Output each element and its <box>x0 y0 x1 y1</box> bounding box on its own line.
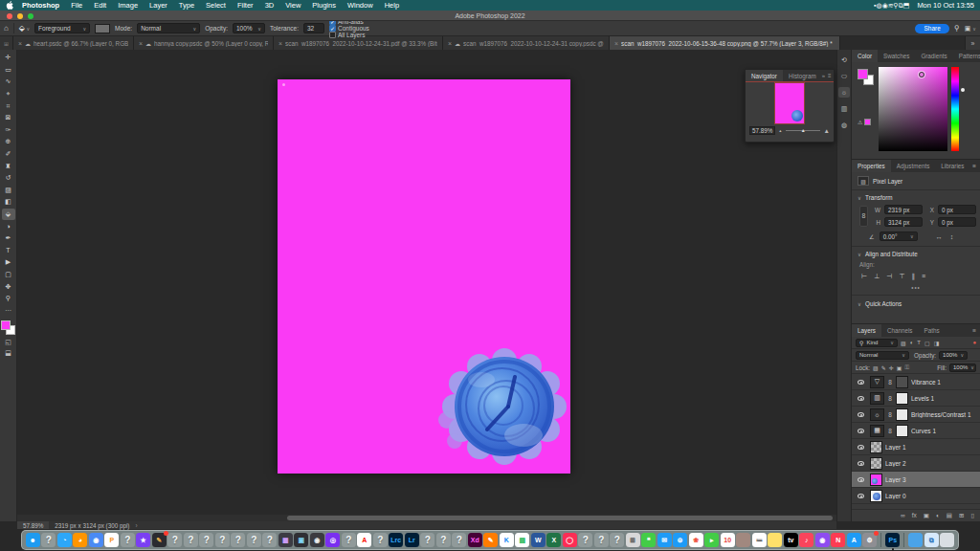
brightness-panel-icon[interactable]: ☼ <box>838 87 850 98</box>
panel-tab[interactable]: Adjustments <box>891 160 936 172</box>
layer-effects-icon[interactable]: fx <box>912 512 917 519</box>
layer-visibility-toggle[interactable] <box>854 445 867 450</box>
layer-name[interactable]: Brightness/Contrast 1 <box>911 411 971 418</box>
podcasts-icon[interactable]: ◉ <box>815 533 830 547</box>
display-icon[interactable]: ⧉ <box>899 2 903 9</box>
layer-thumbnail[interactable] <box>870 457 882 470</box>
layer-name[interactable]: Layer 0 <box>885 493 906 499</box>
layer-visibility-toggle[interactable] <box>854 412 867 417</box>
layer-row[interactable]: 8 Layer 2 <box>852 455 980 472</box>
music-icon[interactable]: ♪ <box>799 533 813 547</box>
link-layers-icon[interactable]: ∞ <box>901 512 905 519</box>
photoshop-icon[interactable]: Ps <box>885 533 900 547</box>
adobe-xd-icon[interactable]: Xd <box>468 533 482 547</box>
missing-app-icon[interactable] <box>41 533 56 547</box>
menubar-item[interactable]: Edit <box>88 1 112 10</box>
navigator-menu[interactable]: » ≡ <box>822 73 835 78</box>
checkbox-box[interactable] <box>329 25 336 32</box>
tab-close-icon[interactable]: × <box>18 40 22 47</box>
word-icon[interactable]: W <box>531 533 546 547</box>
home-icon[interactable]: ⌂ <box>4 24 9 33</box>
control-center-icon[interactable]: ⬒ <box>903 2 910 9</box>
layer-visibility-toggle[interactable] <box>854 380 867 385</box>
width-input[interactable]: 2319 px <box>884 205 923 214</box>
missing-app-icon[interactable] <box>452 533 466 547</box>
gamut-warning[interactable]: ⚠ <box>858 119 871 125</box>
panel-tab[interactable]: Gradients <box>915 50 952 62</box>
align-icon[interactable]: ⊣ <box>886 273 892 280</box>
missing-app-icon[interactable] <box>199 533 213 547</box>
color-field[interactable] <box>879 67 947 151</box>
filter-pixel-icon[interactable]: ▨ <box>901 340 906 346</box>
status-menu-arrow[interactable]: › <box>135 522 137 529</box>
checkbox-box[interactable] <box>329 32 336 38</box>
notes-icon[interactable] <box>768 533 782 547</box>
document-tab[interactable]: × ☁ scan_w1897076_2022-10-06-15-36-48 co… <box>610 36 840 50</box>
layer-thumbnail[interactable] <box>870 441 882 453</box>
zoom-in-icon[interactable]: ▲ <box>824 127 830 134</box>
lock-artboard-icon[interactable]: ▣ <box>897 364 902 371</box>
camera-app-icon[interactable]: ◉ <box>310 533 324 547</box>
star-app-icon[interactable]: ★ <box>136 533 150 547</box>
layer-mask-thumbnail[interactable] <box>896 425 908 437</box>
circle-app-icon[interactable]: ◍ <box>877 2 882 9</box>
lock-transparency-icon[interactable]: ▨ <box>873 364 879 371</box>
news-icon[interactable]: N <box>831 533 845 547</box>
layer-row[interactable]: ▦ 8 Curves 1 <box>852 423 980 439</box>
layer-name[interactable]: Layer 1 <box>885 444 906 451</box>
layer-row[interactable]: ☼ 8 Brightness/Contrast 1 <box>852 407 980 423</box>
menubar-item[interactable]: Select <box>200 1 232 10</box>
layer-visibility-toggle[interactable] <box>854 477 867 482</box>
chrome-icon[interactable]: ◉ <box>89 533 103 547</box>
foreground-color-swatch[interactable] <box>858 69 868 79</box>
align-icon[interactable]: ⊤ <box>899 273 904 280</box>
lightroom-icon[interactable]: Lr <box>405 533 419 547</box>
missing-app-icon[interactable] <box>373 533 388 547</box>
hand-tool[interactable]: ✥ <box>2 280 15 293</box>
brush-tool[interactable]: ✐ <box>2 148 15 161</box>
photos-icon[interactable]: ❀ <box>689 533 703 547</box>
spotlight-search-icon[interactable]: ⚲ <box>894 2 899 9</box>
tv-icon[interactable]: tv <box>784 533 798 547</box>
lock-paint-icon[interactable]: ✎ <box>881 364 886 371</box>
tab-close-icon[interactable]: × <box>614 40 618 47</box>
blend-mode-dropdown[interactable]: Normal ∨ <box>856 351 909 360</box>
tab-close-icon[interactable]: × <box>278 40 282 47</box>
filter-toggle-pin[interactable]: ● <box>972 340 976 345</box>
filter-kind-dropdown[interactable]: ⚲ Kind ∨ <box>856 339 898 347</box>
reminders-icon[interactable]: ≔ <box>752 533 767 547</box>
wifi-icon[interactable]: ≋ <box>888 2 894 9</box>
new-layer-icon[interactable]: ⊞ <box>959 512 964 519</box>
app-store-icon[interactable]: A <box>847 533 861 547</box>
status-zoom-field[interactable]: 57.89% <box>17 521 49 529</box>
link-dimensions-icon[interactable]: 8 <box>859 206 868 227</box>
paint-bucket-tool[interactable]: ⬙ <box>2 209 15 221</box>
lock-all-icon[interactable]: ⚿ <box>904 364 909 371</box>
firefox-icon[interactable]: ◕ <box>73 533 87 547</box>
trash-icon[interactable] <box>940 533 954 547</box>
tab-histogram[interactable]: Histogram <box>783 70 822 81</box>
missing-app-icon[interactable] <box>610 533 624 547</box>
navigator-preview[interactable] <box>746 82 834 123</box>
layer-row[interactable]: ▥ 8 Levels 1 <box>852 390 980 407</box>
panel-tab[interactable]: Layers <box>852 324 881 337</box>
apple-menu-icon[interactable] <box>6 1 14 10</box>
blur-tool[interactable]: ◑ <box>2 220 15 232</box>
menubar-item[interactable]: Photoshop <box>16 1 65 10</box>
height-input[interactable]: 3124 px <box>884 217 923 227</box>
launchpad-icon[interactable]: ⊞ <box>626 533 640 547</box>
missing-app-icon[interactable] <box>420 533 434 547</box>
panel-tab[interactable]: Libraries <box>935 160 969 172</box>
blue-utility-app-icon[interactable]: ⊚ <box>673 533 687 547</box>
tolerance-input[interactable]: 32 <box>303 23 324 33</box>
mail-icon[interactable]: ✉ <box>657 533 672 547</box>
color-cursor[interactable] <box>919 72 924 77</box>
search-icon[interactable]: ⚲ <box>954 24 960 33</box>
align-section-header[interactable]: ∨ Align and Distribute <box>852 247 980 259</box>
angle-input[interactable]: 0.00°∨ <box>880 231 918 241</box>
menubar-item[interactable]: View <box>279 1 306 10</box>
document-tab[interactable]: × ☁ heart.psdc @ 66.7% (Layer 0, RGB/... <box>13 36 134 50</box>
canvas-pasteboard[interactable] <box>17 50 836 515</box>
navigator-zoom-field[interactable]: 57.89% <box>749 126 775 135</box>
flip-horizontal-icon[interactable]: ↔ <box>936 233 943 240</box>
